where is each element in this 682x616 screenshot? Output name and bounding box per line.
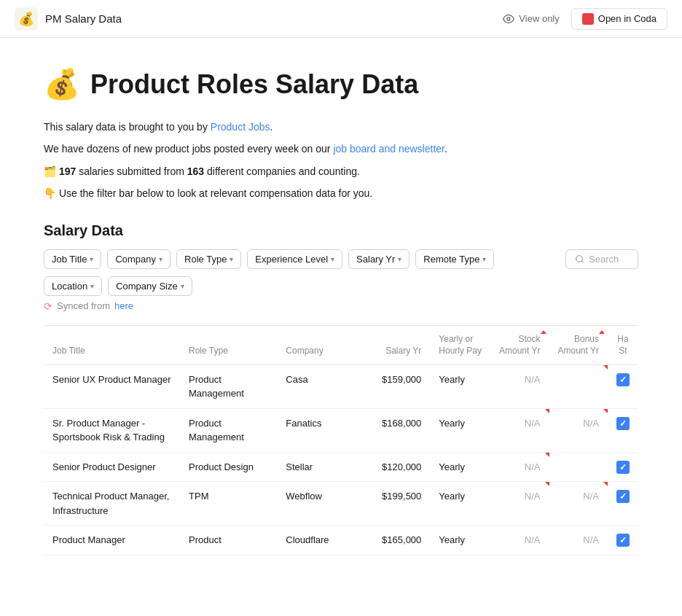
app-icon: 💰: [15, 7, 38, 31]
eye-icon: [503, 13, 514, 25]
table-cell: $199,500: [364, 482, 430, 526]
col-header-company: Company: [277, 326, 364, 365]
col-header-stock: StockAmount Yr: [490, 326, 549, 365]
table-cell: Technical Product Manager, Infrastructur…: [44, 482, 180, 526]
table-cell: Sr. Product Manager - Sportsbook Risk & …: [44, 408, 180, 452]
filter-company-size[interactable]: Company Size ▾: [108, 276, 192, 296]
table-row: Product ManagerProductCloudflare$165,000…: [44, 526, 638, 555]
table-cell-stock: N/A: [490, 526, 549, 555]
filter-bar-row1: Job Title ▾ Company ▾ Role Type ▾ Experi…: [44, 249, 638, 269]
table-cell: Fanatics: [277, 408, 364, 452]
svg-line-2: [581, 261, 583, 262]
table-cell: Stellar: [277, 452, 364, 482]
page-header: 💰 Product Roles Salary Data: [44, 67, 638, 101]
chevron-down-icon: ▾: [331, 255, 334, 263]
filter-experience-level[interactable]: Experience Level ▾: [247, 249, 342, 269]
sync-icon: ⟳: [44, 300, 52, 312]
checkbox-checked[interactable]: ✓: [616, 490, 630, 503]
col-header-bonus: BonusAmount Yr: [549, 326, 608, 365]
desc-line-4: 👇 Use the filter bar below to look at re…: [44, 185, 638, 201]
page-emoji: 💰: [44, 67, 80, 101]
open-in-coda-button[interactable]: Open in Coda: [571, 8, 667, 30]
salary-table-container: Job Title Role Type Company Salary Yr Ye…: [44, 325, 638, 555]
checkbox-checked[interactable]: ✓: [616, 373, 630, 386]
table-cell: Product Management: [180, 364, 277, 408]
app-title: PM Salary Data: [45, 12, 122, 25]
desc-line-1: This salary data is brought to you by Pr…: [44, 119, 638, 135]
job-board-link[interactable]: job board and newsletter: [333, 143, 444, 155]
table-row: Senior Product DesignerProduct DesignSte…: [44, 452, 638, 482]
coda-icon: [582, 13, 594, 25]
filter-role-type[interactable]: Role Type ▾: [176, 249, 241, 269]
col-header-has: HaSt: [608, 326, 638, 365]
table-row: Technical Product Manager, Infrastructur…: [44, 482, 638, 526]
table-header: Job Title Role Type Company Salary Yr Ye…: [44, 326, 638, 365]
col-header-job-title: Job Title: [44, 326, 180, 365]
table-cell-checkbox: ✓: [608, 526, 638, 555]
table-cell-checkbox: ✓: [608, 482, 638, 526]
topbar-left: 💰 PM Salary Data: [15, 7, 122, 31]
chevron-down-icon: ▾: [90, 282, 94, 290]
table-cell: Senior Product Designer: [44, 452, 180, 482]
table-cell-checkbox: ✓: [608, 364, 638, 408]
table-cell: Product Management: [180, 408, 277, 452]
table-cell: $168,000: [364, 408, 430, 452]
page-title: Product Roles Salary Data: [90, 69, 418, 100]
synced-here-link[interactable]: here: [114, 300, 133, 311]
chevron-down-icon: ▾: [159, 255, 162, 263]
table-cell: Senior UX Product Manager: [44, 364, 180, 408]
table-cell-bonus: N/A: [549, 482, 608, 526]
table-cell: Yearly: [430, 408, 490, 452]
table-cell-checkbox: ✓: [608, 452, 638, 482]
search-icon: [575, 254, 584, 264]
sort-indicator-stock: [541, 330, 546, 334]
filter-company[interactable]: Company ▾: [107, 249, 170, 269]
product-jobs-link[interactable]: Product Jobs: [211, 121, 270, 133]
desc-line-2: We have dozens of new product jobs poste…: [44, 141, 638, 157]
table-cell-stock: N/A: [490, 364, 549, 408]
filter-job-title[interactable]: Job Title ▾: [44, 249, 101, 269]
search-box[interactable]: Search: [565, 249, 638, 269]
chevron-down-icon: ▾: [90, 255, 93, 263]
svg-point-0: [507, 17, 510, 20]
topbar: 💰 PM Salary Data View only Open in Coda: [0, 0, 682, 38]
table-cell: $159,000: [364, 364, 430, 408]
table-cell: Cloudflare: [277, 526, 364, 555]
table-cell: Yearly: [430, 452, 490, 482]
chevron-down-icon: ▾: [230, 255, 233, 263]
table-cell: Yearly: [430, 482, 490, 526]
col-header-salary-yr: Salary Yr: [364, 326, 430, 365]
red-corner-icon: [603, 365, 608, 370]
filter-remote-type[interactable]: Remote Type ▾: [415, 249, 494, 269]
table-cell: TPM: [180, 482, 277, 526]
table-cell-bonus: N/A: [549, 408, 608, 452]
table-cell: Product: [180, 526, 277, 555]
table-cell-stock: N/A: [490, 408, 549, 452]
sort-indicator-bonus: [599, 330, 605, 334]
svg-point-1: [576, 255, 583, 262]
table-cell-stock: N/A: [490, 452, 549, 482]
filter-location[interactable]: Location ▾: [44, 276, 102, 296]
main-content: 💰 Product Roles Salary Data This salary …: [0, 38, 682, 585]
col-header-role-type: Role Type: [180, 326, 277, 365]
table-cell-bonus: [549, 452, 608, 482]
table-cell: Product Design: [180, 452, 277, 482]
table-cell: Product Manager: [44, 526, 180, 555]
table-body: Senior UX Product ManagerProduct Managem…: [44, 364, 638, 555]
table-cell: Webflow: [277, 482, 364, 526]
checkbox-checked[interactable]: ✓: [616, 417, 630, 430]
table-row: Sr. Product Manager - Sportsbook Risk & …: [44, 408, 638, 452]
chevron-down-icon: ▾: [482, 255, 486, 263]
table-cell: $165,000: [364, 526, 430, 555]
salary-table: Job Title Role Type Company Salary Yr Ye…: [44, 326, 638, 555]
col-header-pay-type: Yearly orHourly Pay: [430, 326, 490, 365]
synced-bar: ⟳ Synced from here: [44, 300, 638, 312]
table-cell-checkbox: ✓: [608, 408, 638, 452]
chevron-down-icon: ▾: [398, 255, 401, 263]
checkbox-checked[interactable]: ✓: [616, 534, 630, 547]
checkbox-checked[interactable]: ✓: [616, 461, 630, 474]
red-corner-icon: [603, 409, 608, 413]
red-corner-icon: [603, 482, 608, 486]
filter-salary-yr[interactable]: Salary Yr ▾: [348, 249, 409, 269]
table-cell: $120,000: [364, 452, 430, 482]
